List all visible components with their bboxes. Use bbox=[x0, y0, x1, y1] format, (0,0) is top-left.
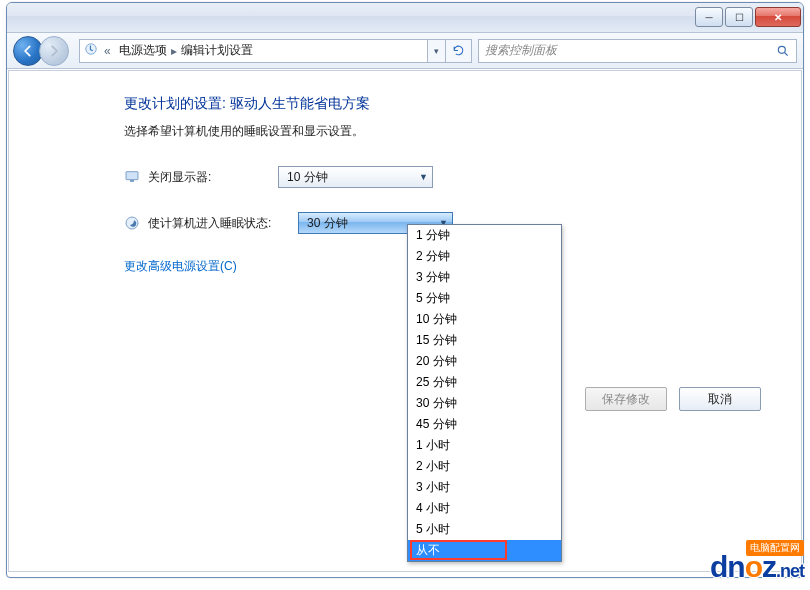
watermark-net: .net bbox=[776, 561, 804, 581]
watermark-logo: 电脑配置网 dnoz.net bbox=[710, 550, 804, 584]
forward-button[interactable] bbox=[39, 36, 69, 66]
turn-off-display-label: 关闭显示器: bbox=[148, 169, 278, 186]
search-input[interactable]: 搜索控制面板 bbox=[478, 39, 797, 63]
dropdown-option[interactable]: 1 小时 bbox=[408, 435, 561, 456]
chevron-down-icon: ▼ bbox=[419, 172, 428, 182]
dropdown-option[interactable]: 15 分钟 bbox=[408, 330, 561, 351]
dropdown-option[interactable]: 45 分钟 bbox=[408, 414, 561, 435]
watermark-text-1: dn bbox=[710, 550, 745, 583]
svg-rect-2 bbox=[126, 172, 138, 180]
dropdown-option[interactable]: 4 小时 bbox=[408, 498, 561, 519]
explorer-navbar: « 电源选项 ▸ 编辑计划设置 ▾ 搜索控制面板 bbox=[7, 33, 803, 69]
dropdown-option[interactable]: 10 分钟 bbox=[408, 309, 561, 330]
arrow-right-icon bbox=[47, 44, 61, 58]
breadcrumb-prefix: « bbox=[100, 44, 115, 58]
arrow-left-icon bbox=[21, 44, 35, 58]
dropdown-option[interactable]: 3 小时 bbox=[408, 477, 561, 498]
cancel-button[interactable]: 取消 bbox=[679, 387, 761, 411]
sleep-value: 30 分钟 bbox=[307, 215, 348, 232]
window-frame: ─ ☐ ✕ « 电源选项 ▸ 编辑计划设置 ▾ 搜索控制面板 更改计划的设置: bbox=[6, 2, 804, 578]
breadcrumb-seg-1[interactable]: 电源选项 bbox=[115, 42, 171, 59]
power-plan-icon bbox=[84, 42, 98, 59]
refresh-icon bbox=[452, 44, 465, 57]
sleep-icon bbox=[124, 215, 140, 231]
maximize-button[interactable]: ☐ bbox=[725, 7, 753, 27]
sleep-dropdown-list[interactable]: 1 分钟2 分钟3 分钟5 分钟10 分钟15 分钟20 分钟25 分钟30 分… bbox=[407, 224, 562, 562]
page-subtitle: 选择希望计算机使用的睡眠设置和显示设置。 bbox=[124, 123, 773, 140]
dropdown-option[interactable]: 30 分钟 bbox=[408, 393, 561, 414]
watermark-tag: 电脑配置网 bbox=[746, 540, 804, 556]
sleep-label: 使计算机进入睡眠状态: bbox=[148, 215, 298, 232]
dropdown-option[interactable]: 25 分钟 bbox=[408, 372, 561, 393]
dropdown-option[interactable]: 2 小时 bbox=[408, 456, 561, 477]
dropdown-option[interactable]: 3 分钟 bbox=[408, 267, 561, 288]
save-button[interactable]: 保存修改 bbox=[585, 387, 667, 411]
dropdown-option[interactable]: 20 分钟 bbox=[408, 351, 561, 372]
breadcrumb-bar[interactable]: « 电源选项 ▸ 编辑计划设置 bbox=[79, 39, 428, 63]
search-placeholder: 搜索控制面板 bbox=[485, 42, 557, 59]
minimize-button[interactable]: ─ bbox=[695, 7, 723, 27]
refresh-button[interactable] bbox=[446, 39, 472, 63]
svg-point-1 bbox=[778, 46, 785, 53]
turn-off-display-value: 10 分钟 bbox=[287, 169, 328, 186]
dropdown-option[interactable]: 1 分钟 bbox=[408, 225, 561, 246]
titlebar: ─ ☐ ✕ bbox=[7, 3, 803, 33]
svg-rect-3 bbox=[130, 180, 134, 181]
dialog-buttons: 保存修改 取消 bbox=[585, 387, 761, 411]
page-title: 更改计划的设置: 驱动人生节能省电方案 bbox=[124, 95, 773, 113]
search-icon bbox=[776, 44, 790, 58]
dropdown-option[interactable]: 5 小时 bbox=[408, 519, 561, 540]
breadcrumb-seg-2[interactable]: 编辑计划设置 bbox=[177, 42, 257, 59]
address-dropdown-button[interactable]: ▾ bbox=[428, 39, 446, 63]
turn-off-display-combo[interactable]: 10 分钟 ▼ bbox=[278, 166, 433, 188]
monitor-icon bbox=[124, 169, 140, 185]
content-area: 更改计划的设置: 驱动人生节能省电方案 选择希望计算机使用的睡眠设置和显示设置。… bbox=[8, 70, 802, 572]
dropdown-option[interactable]: 5 分钟 bbox=[408, 288, 561, 309]
row-turn-off-display: 关闭显示器: 10 分钟 ▼ bbox=[124, 166, 773, 188]
dropdown-option[interactable]: 从不 bbox=[408, 540, 561, 561]
close-button[interactable]: ✕ bbox=[755, 7, 801, 27]
dropdown-option[interactable]: 2 分钟 bbox=[408, 246, 561, 267]
